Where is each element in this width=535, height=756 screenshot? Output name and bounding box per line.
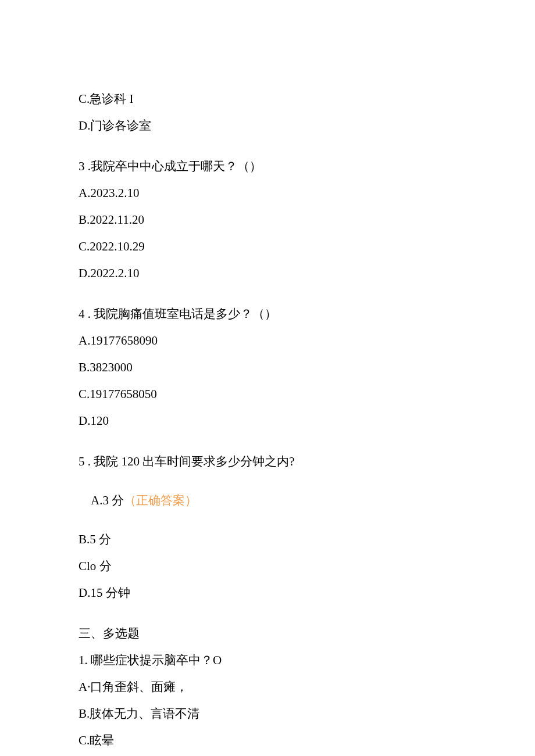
spacer xyxy=(79,442,456,456)
s3-q1-stem: 1. 哪些症状提示脑卒中？O xyxy=(79,654,456,667)
spacer xyxy=(79,294,456,308)
s3-q1-option-a: A·口角歪斜、面瘫， xyxy=(79,681,456,693)
spacer xyxy=(79,146,456,160)
q5-option-a: A.3 分（正确答案） xyxy=(79,482,456,519)
q4-stem: 4 . 我院胸痛值班室电话是多少？（） xyxy=(79,308,456,320)
q4-option-d: D.120 xyxy=(79,415,456,427)
q5-option-c: Clo 分 xyxy=(79,560,456,572)
q5-option-b: B.5 分 xyxy=(79,533,456,546)
q4-option-b: B.3823000 xyxy=(79,361,456,374)
q3-option-b: B.2022.11.20 xyxy=(79,214,456,226)
page: C.急诊科 I D.门诊各诊室 3 .我院卒中中心成立于哪天？（） A.2023… xyxy=(0,0,535,756)
spacer xyxy=(79,614,456,628)
q2-option-c: C.急诊科 I xyxy=(79,93,456,105)
q2-option-d: D.门诊各诊室 xyxy=(79,120,456,132)
q4-option-a: A.19177658090 xyxy=(79,335,456,347)
q4-option-c: C.19177658050 xyxy=(79,388,456,400)
q3-stem: 3 .我院卒中中心成立于哪天？（） xyxy=(79,160,456,173)
q5-option-d: D.15 分钟 xyxy=(79,587,456,599)
section3-heading: 三、多选题 xyxy=(79,628,456,640)
correct-answer-label: （正确答案） xyxy=(124,493,197,507)
q3-option-a: A.2023.2.10 xyxy=(79,187,456,199)
s3-q1-option-b: B.肢体无力、言语不清 xyxy=(79,708,456,720)
q5-stem: 5 . 我院 120 出车时间要求多少分钟之内? xyxy=(79,456,456,468)
q3-option-d: D.2022.2.10 xyxy=(79,267,456,280)
q3-option-c: C.2022.10.29 xyxy=(79,241,456,253)
q5-option-a-text: A.3 分 xyxy=(91,493,124,507)
s3-q1-option-c: C.眩晕 xyxy=(79,734,456,747)
